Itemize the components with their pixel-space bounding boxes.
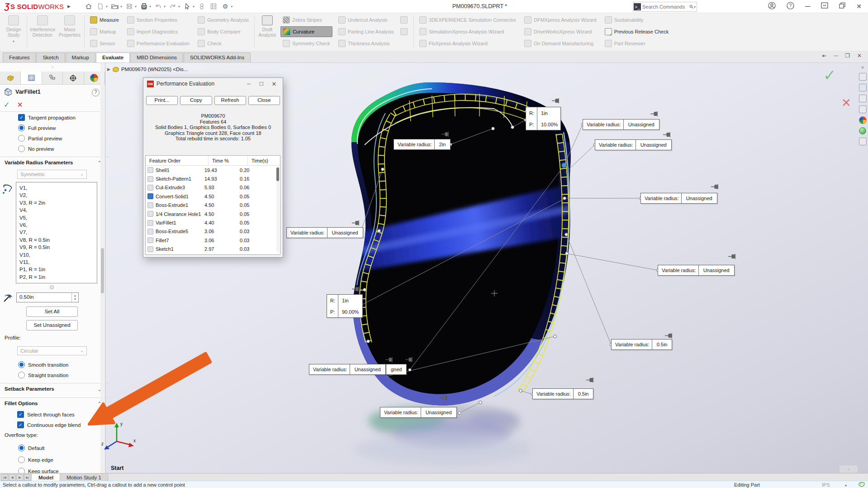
tab-dimxpert-manager[interactable] <box>63 72 84 84</box>
pin-icon[interactable] <box>385 357 394 363</box>
tab-features[interactable]: Features <box>3 53 36 62</box>
ribbon-body-compare[interactable]: Body Compare <box>195 27 251 37</box>
list-resize-handle[interactable] <box>50 285 54 289</box>
ribbon-sustainability[interactable]: Sustainability <box>602 15 671 25</box>
callout-unassigned-4[interactable]: Variable radius:Unassigned <box>658 265 735 276</box>
close-window-icon[interactable]: ✕ <box>856 3 862 10</box>
print-caret[interactable]: ▾ <box>149 5 151 9</box>
tag-icon[interactable] <box>859 482 865 488</box>
panel-scrollbar-thumb[interactable] <box>101 248 104 293</box>
search-input[interactable] <box>641 4 689 10</box>
ribbon-parting-line-analysis[interactable]: Parting Line Analysis <box>336 27 396 37</box>
flyout-expand-icon[interactable]: ▶ <box>107 67 110 72</box>
play-icon[interactable]: ▶ <box>16 474 24 481</box>
pin-icon[interactable] <box>728 254 736 259</box>
save-icon[interactable] <box>124 2 135 11</box>
ribbon-thickness-analysis[interactable]: Thickness Analysis <box>336 38 396 48</box>
span-displays-icon[interactable] <box>821 2 828 10</box>
dialog-minimize-icon[interactable]: ─ <box>244 81 254 86</box>
callout-05in-2[interactable]: Variable radius:0.5in <box>532 388 593 399</box>
pane-appearance-icon[interactable] <box>859 116 867 124</box>
copy-button[interactable]: Copy <box>180 96 212 105</box>
tangent-propagation-checkbox[interactable]: ✓ <box>18 114 25 121</box>
table-row[interactable]: Sketch12.970.03 <box>146 245 280 254</box>
callout-unassigned-3[interactable]: Variable radius:Unassigned <box>640 193 717 204</box>
feature-order-table[interactable]: Feature Order Time % Time(s) Shell119.43… <box>145 155 280 255</box>
callout-2in[interactable]: Variable radius:2in <box>394 139 451 150</box>
ribbon-import-diagnostics[interactable]: Import Diagnostics <box>125 27 192 37</box>
table-row[interactable]: Boss-Extrude14.500.05 <box>146 201 280 210</box>
search-icon[interactable]: 🔍︎ <box>689 4 694 10</box>
viewport-ok-icon[interactable]: ✓ <box>823 66 836 84</box>
pane-camera-icon[interactable] <box>859 138 867 145</box>
units-indicator[interactable]: IPS <box>822 482 830 488</box>
new-caret[interactable]: ▾ <box>106 5 108 9</box>
profile-dropdown[interactable]: Circular <box>17 346 87 355</box>
user-profile-icon[interactable] <box>768 2 776 11</box>
restore-window-icon[interactable] <box>839 2 845 10</box>
ribbon-driveworksxpress[interactable]: DriveWorksXpress Wizard <box>522 27 599 37</box>
callout-unassigned-1[interactable]: Variable radius:Unassigned <box>583 119 659 130</box>
dialog-maximize-icon[interactable]: ☐ <box>256 81 266 87</box>
pane-tree-icon[interactable] <box>859 84 867 91</box>
doc-restore-icon[interactable]: ❐ <box>845 53 850 59</box>
design-study-caret[interactable]: ▾ <box>13 39 14 43</box>
prev-frame-icon[interactable]: ◀ <box>9 474 16 481</box>
callout-05in-1[interactable]: Variable radius:0.5in <box>611 339 672 350</box>
tab-sketch[interactable]: Sketch <box>36 53 65 62</box>
pin-icon[interactable] <box>650 111 659 117</box>
tab-feature-manager[interactable] <box>0 72 21 84</box>
ribbon-mass-properties[interactable]: Mass Properties <box>57 13 83 51</box>
logo-flyout-arrow[interactable]: ▶ <box>67 4 71 9</box>
feature-tree-flyout[interactable]: ▶ PM009670 (WN2025) <Dis... <box>107 66 188 72</box>
callout-unassigned-bottom-1[interactable]: Variable radius:Unassigned <box>309 364 386 375</box>
pin-icon[interactable] <box>352 286 360 292</box>
undo-icon[interactable] <box>153 2 164 11</box>
pin-icon[interactable] <box>441 131 450 137</box>
select-icon[interactable] <box>182 2 193 11</box>
ribbon-design-study[interactable]: Design Study ▾ <box>2 13 25 51</box>
pin-icon[interactable] <box>405 357 413 363</box>
ribbon-xpress-tools[interactable] <box>398 27 412 37</box>
ribbon-measure[interactable]: Measure <box>88 15 121 25</box>
redo-caret[interactable]: ▾ <box>178 5 180 9</box>
full-preview-radio[interactable] <box>18 124 25 131</box>
pane-filter-icon[interactable] <box>859 95 867 102</box>
pin-icon[interactable] <box>663 132 671 138</box>
ok-button[interactable]: ✓ <box>4 100 9 109</box>
ribbon-curvature[interactable]: Curvature <box>280 26 332 37</box>
save-caret[interactable]: ▾ <box>135 5 137 9</box>
next-frame-icon[interactable]: ▶| <box>24 474 31 481</box>
callout-rp-90[interactable]: R:1in P:90.00% <box>327 294 363 318</box>
rebuild-icon[interactable] <box>196 2 207 11</box>
pin-icon[interactable] <box>665 333 673 339</box>
pin-icon[interactable] <box>711 184 719 190</box>
callout-unassigned-2[interactable]: Variable radius:Unassigned <box>595 139 672 150</box>
set-unassigned-button[interactable]: Set Unassigned <box>26 320 78 330</box>
ribbon-simulationxpress[interactable]: SimulationXpress Analysis Wizard <box>417 27 518 37</box>
print-icon[interactable] <box>138 2 149 11</box>
pin-icon[interactable] <box>352 220 360 226</box>
units-caret[interactable]: ▴ <box>845 483 847 487</box>
ribbon-compare-doc[interactable] <box>398 15 412 25</box>
radius-value-field[interactable]: 0.50in ▲▼ <box>16 292 79 302</box>
minimize-window-icon[interactable]: ─ <box>805 2 810 10</box>
search-caret[interactable]: ▾ <box>694 5 696 9</box>
panel-splitter-handle[interactable]: ⚬ <box>0 65 105 69</box>
straight-transition-radio[interactable] <box>18 372 25 378</box>
collapsed-task-pane-tab[interactable]: ⌄ <box>840 465 858 473</box>
ribbon-part-reviewer[interactable]: Part Reviewer <box>602 38 671 48</box>
ribbon-previous-release-check[interactable]: Previous Release Check <box>602 27 671 37</box>
viewport-cancel-icon[interactable]: ✕ <box>841 96 851 110</box>
set-all-button[interactable]: Set All <box>26 306 78 317</box>
options-gear-icon[interactable]: ⚙ <box>220 2 231 11</box>
table-row[interactable]: Shell119.430.20 <box>146 166 280 174</box>
ribbon-interference-detection[interactable]: Interference Detection <box>28 13 57 51</box>
table-row[interactable]: Sketch-Pattern114.930.16 <box>146 174 280 183</box>
ribbon-floxpress[interactable]: FloXpress Analysis Wizard <box>417 38 518 48</box>
dialog-title-bar[interactable]: SW Performance Evaluation ─ ☐ ✕ <box>143 78 283 90</box>
table-row[interactable]: Fillet73.060.03 <box>146 236 280 244</box>
ribbon-zebra-stripes[interactable]: Zebra Stripes <box>280 15 332 25</box>
overflow-keep-edge-radio[interactable] <box>18 456 25 463</box>
table-scrollbar-thumb[interactable] <box>276 167 279 181</box>
